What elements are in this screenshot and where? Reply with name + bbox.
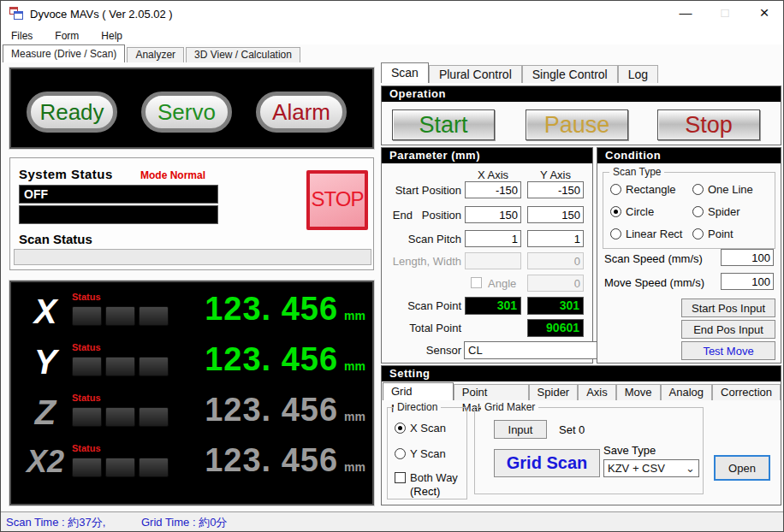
test-move-button[interactable]: Test Move (681, 341, 775, 360)
direction-y-scan[interactable]: Y Scan (395, 447, 446, 460)
radio-icon (692, 206, 704, 217)
window-title: Dyvoce MAVs ( Ver 2.05.02 ) (30, 8, 173, 21)
scan-type-linear-rect[interactable]: Linear Rect (610, 228, 682, 240)
condition-header: Condition (597, 148, 781, 163)
axis-value: 123. 456 mm (163, 392, 365, 429)
end-position-x-field[interactable] (465, 206, 521, 223)
axis-status-label: Status (72, 342, 101, 352)
operation-section: Operation Start Pause Stop (381, 86, 781, 145)
input-button[interactable]: Input (494, 420, 547, 439)
start-position-x-field[interactable] (465, 181, 521, 198)
end-position-y-field[interactable] (527, 206, 584, 223)
open-button[interactable]: Open (714, 455, 770, 481)
sensor-dropdown[interactable]: CL ⌄ (464, 341, 613, 359)
length-width-label: Length, Width (382, 255, 461, 268)
close-button[interactable]: × (745, 1, 783, 27)
scan-type-rectangle[interactable]: Rectangle (610, 183, 676, 196)
scan-pitch-label: Scan Pitch (382, 233, 461, 245)
axis-value: 123. 456 mm (163, 291, 365, 328)
y-axis-column-header: Y Axis (527, 168, 584, 181)
axis-position: 123. 456 (205, 392, 338, 429)
end-pos-input-button[interactable]: End Pos Input (681, 320, 775, 339)
axis-position: 123. 456 (205, 341, 338, 378)
tab-analyzer[interactable]: Analyzer (127, 47, 184, 62)
scan-type-group: Scan Type Rectangle One Line Circle Spid… (603, 172, 775, 249)
menu-files[interactable]: Files (11, 30, 33, 42)
scan-speed-field[interactable] (721, 249, 774, 266)
width-field (527, 252, 584, 269)
tab-scan[interactable]: Scan (381, 62, 429, 83)
tab-point-maker[interactable]: Point Maker (454, 384, 529, 400)
grid-maker-legend: Grid Maker (481, 401, 538, 413)
start-position-y-field[interactable] (527, 181, 584, 198)
checkbox-icon (395, 472, 406, 483)
start-pos-input-button[interactable]: Start Pos Input (681, 299, 775, 317)
axis-unit: mm (344, 309, 365, 322)
setting-section: Setting Grid Maker Point Maker Spider Ax… (381, 365, 781, 505)
scan-point-label: Scan Point (382, 299, 461, 312)
direction-x-scan[interactable]: X Scan (395, 422, 446, 434)
tab-grid-maker[interactable]: Grid Maker (383, 382, 454, 400)
axis-name: X2 (23, 444, 68, 480)
radio-icon (395, 448, 406, 459)
option-label: Both Way (410, 471, 458, 484)
scan-type-spider[interactable]: Spider (692, 205, 740, 218)
scan-type-point[interactable]: Point (692, 228, 734, 240)
chevron-down-icon: ⌄ (686, 460, 695, 476)
menu-help[interactable]: Help (101, 30, 122, 42)
tab-log[interactable]: Log (618, 65, 658, 83)
system-status-line2 (19, 205, 218, 224)
tab-single-control[interactable]: Single Control (522, 65, 618, 83)
axis-unit: mm (344, 359, 365, 373)
pause-button[interactable]: Pause (526, 109, 628, 140)
save-type-label: Save Type (603, 444, 656, 457)
axis-unit: mm (344, 460, 365, 474)
status-indicator (105, 306, 135, 326)
axis-status-label: Status (72, 292, 101, 302)
axis-row-z: Z Status 123. 456 mm (11, 392, 372, 440)
radio-icon (692, 184, 704, 195)
scan-type-circle[interactable]: Circle (610, 205, 654, 218)
stop-button[interactable]: Stop (657, 109, 760, 140)
menubar: Files Form Help (1, 27, 783, 44)
tab-measure[interactable]: Measure (Drive / Scan) (3, 44, 125, 62)
scan-pitch-x-field[interactable] (465, 230, 521, 247)
scan-type-legend: Scan Type (609, 166, 664, 178)
menu-form[interactable]: Form (55, 30, 79, 42)
start-position-label: Start Position (382, 184, 461, 197)
tab-move[interactable]: Move (616, 384, 661, 400)
axis-value: 123. 456 mm (163, 341, 365, 378)
maximize-button: □ (706, 1, 744, 27)
tab-3dview[interactable]: 3D View / Calculation (186, 47, 300, 62)
both-way-checkbox[interactable]: Both Way (395, 471, 458, 484)
option-label: Rectangle (626, 183, 676, 196)
axis-status-label: Status (72, 393, 101, 403)
option-label: Spider (708, 205, 740, 218)
emergency-stop-button[interactable]: STOP (306, 170, 368, 230)
option-label: Linear Rect (626, 228, 682, 240)
tab-correction[interactable]: Correction (712, 384, 781, 400)
scan-pitch-y-field[interactable] (527, 230, 584, 247)
setting-header: Setting (382, 366, 781, 381)
indicator-panel: Ready Servo Alarm (9, 68, 374, 149)
option-label: Circle (626, 205, 654, 218)
save-type-dropdown[interactable]: KZV + CSV ⌄ (603, 459, 699, 477)
grid-scan-button[interactable]: Grid Scan (494, 449, 600, 477)
axis-unit: mm (344, 410, 365, 423)
length-field (465, 252, 521, 269)
start-button[interactable]: Start (392, 109, 495, 140)
move-speed-field[interactable] (721, 273, 774, 290)
statusbar: Scan Time : 約37分, Grid Time : 約0分 (1, 511, 783, 532)
tab-analog[interactable]: Analog (661, 384, 712, 400)
radio-icon (692, 228, 704, 239)
setting-tabstrip: Grid Maker Point Maker Spider Axis Move … (383, 382, 781, 400)
tab-plural-control[interactable]: Plural Control (429, 65, 522, 83)
condition-section: Condition Scan Type Rectangle One Line C… (597, 147, 781, 364)
tab-axis[interactable]: Axis (578, 384, 616, 400)
both-way-label-line2: (Rect) (410, 485, 440, 498)
minimize-button[interactable]: — (667, 1, 704, 27)
scan-type-one-line[interactable]: One Line (692, 183, 753, 196)
tab-spider[interactable]: Spider (529, 384, 579, 400)
status-indicator (72, 357, 102, 376)
scan-status-title: Scan Status (19, 232, 92, 246)
